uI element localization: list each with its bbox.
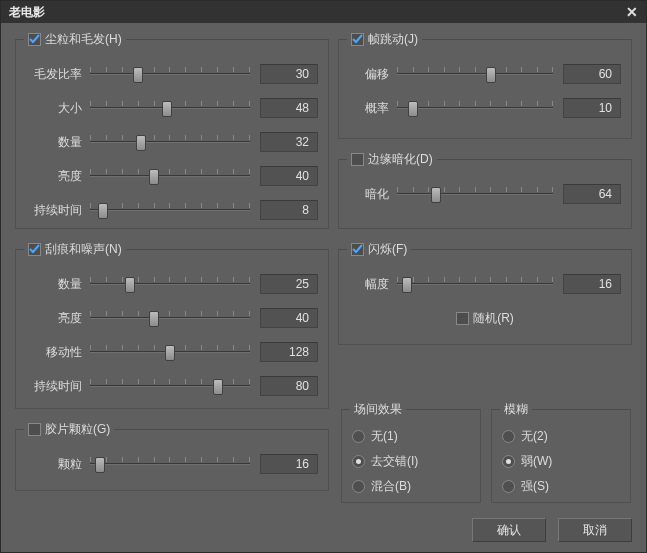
jitter_prob-thumb[interactable]: [408, 101, 418, 117]
dust-legend: 尘粒和毛发(H): [24, 31, 126, 48]
blur-option-1-label: 弱(W): [521, 453, 552, 470]
scratch_count-thumb[interactable]: [125, 277, 135, 293]
scratch_dur-thumb[interactable]: [213, 379, 223, 395]
scratch_move-row: 移动性 128: [26, 342, 318, 362]
scratch-checkbox[interactable]: [28, 243, 41, 256]
jitter_offset-value[interactable]: 60: [563, 64, 621, 84]
grain_amount-row: 颗粒 16: [26, 454, 318, 474]
blur-option-1[interactable]: 弱(W): [502, 453, 620, 470]
dust_count-row: 数量 32: [26, 132, 318, 152]
dust_duration-thumb[interactable]: [98, 203, 108, 219]
radio-icon: [352, 430, 365, 443]
flicker-random-row: 随机(R): [349, 308, 621, 328]
grain_amount-value[interactable]: 16: [260, 454, 318, 474]
radio-icon: [502, 480, 515, 493]
dust_ratio-label: 毛发比率: [26, 66, 82, 83]
radio-icon: [502, 455, 515, 468]
vignette_dark-label: 暗化: [349, 186, 389, 203]
scratch-legend: 刮痕和噪声(N): [24, 241, 126, 258]
scratch_count-row: 数量 25: [26, 274, 318, 294]
flicker_amp-slider[interactable]: [397, 274, 553, 294]
dust_count-slider[interactable]: [90, 132, 250, 152]
grain-checkbox[interactable]: [28, 423, 41, 436]
vignette_dark-row: 暗化 64: [349, 184, 621, 204]
dust_ratio-value[interactable]: 30: [260, 64, 318, 84]
close-icon[interactable]: ✕: [624, 1, 640, 23]
scratch_move-value[interactable]: 128: [260, 342, 318, 362]
vignette-checkbox[interactable]: [351, 153, 364, 166]
dust_size-thumb[interactable]: [162, 101, 172, 117]
field-legend: 场间效果: [350, 401, 406, 418]
grain_amount-label: 颗粒: [26, 456, 82, 473]
flicker_amp-thumb[interactable]: [402, 277, 412, 293]
dust_ratio-slider[interactable]: [90, 64, 250, 84]
ok-button[interactable]: 确认: [472, 518, 546, 542]
scratch_dur-slider[interactable]: [90, 376, 250, 396]
dust_bright-slider[interactable]: [90, 166, 250, 186]
blur-option-2-label: 强(S): [521, 478, 549, 495]
scratch_count-value[interactable]: 25: [260, 274, 318, 294]
dust_size-value[interactable]: 48: [260, 98, 318, 118]
dust_size-slider[interactable]: [90, 98, 250, 118]
dust-title: 尘粒和毛发(H): [45, 31, 122, 48]
field-option-0[interactable]: 无(1): [352, 428, 470, 445]
radio-icon: [352, 455, 365, 468]
scratch_count-slider[interactable]: [90, 274, 250, 294]
radio-icon: [502, 430, 515, 443]
flicker-random-checkbox[interactable]: [456, 312, 469, 325]
dust_duration-value[interactable]: 8: [260, 200, 318, 220]
jitter-legend: 帧跳动(J): [347, 31, 422, 48]
scratch_bright-slider[interactable]: [90, 308, 250, 328]
blur-option-0-label: 无(2): [521, 428, 548, 445]
scratch_bright-row: 亮度 40: [26, 308, 318, 328]
field-option-1[interactable]: 去交错(I): [352, 453, 470, 470]
dust_count-value[interactable]: 32: [260, 132, 318, 152]
vignette_dark-value[interactable]: 64: [563, 184, 621, 204]
jitter-checkbox[interactable]: [351, 33, 364, 46]
grain_amount-thumb[interactable]: [95, 457, 105, 473]
blur-option-0[interactable]: 无(2): [502, 428, 620, 445]
scratch_bright-value[interactable]: 40: [260, 308, 318, 328]
blur-option-2[interactable]: 强(S): [502, 478, 620, 495]
dialog-title: 老电影: [9, 1, 45, 23]
dust_bright-thumb[interactable]: [149, 169, 159, 185]
dialog-footer: 确认 取消: [472, 518, 632, 542]
scratch_move-thumb[interactable]: [165, 345, 175, 361]
flicker-checkbox[interactable]: [351, 243, 364, 256]
jitter-title: 帧跳动(J): [368, 31, 418, 48]
scratch-title: 刮痕和噪声(N): [45, 241, 122, 258]
flicker-title: 闪烁(F): [368, 241, 407, 258]
dust_duration-slider[interactable]: [90, 200, 250, 220]
vignette_dark-thumb[interactable]: [431, 187, 441, 203]
dust_duration-row: 持续时间 8: [26, 200, 318, 220]
jitter_prob-slider[interactable]: [397, 98, 553, 118]
grain-title: 胶片颗粒(G): [45, 421, 110, 438]
jitter_offset-thumb[interactable]: [486, 67, 496, 83]
scratch_move-slider[interactable]: [90, 342, 250, 362]
scratch_bright-label: 亮度: [26, 310, 82, 327]
old-film-dialog: 老电影 ✕ 尘粒和毛发(H) 毛发比率 30 大小 48 数量: [0, 0, 647, 553]
cancel-button[interactable]: 取消: [558, 518, 632, 542]
dust_duration-label: 持续时间: [26, 202, 82, 219]
jitter_prob-value[interactable]: 10: [563, 98, 621, 118]
dust_ratio-thumb[interactable]: [133, 67, 143, 83]
scratch_dur-value[interactable]: 80: [260, 376, 318, 396]
dust_bright-row: 亮度 40: [26, 166, 318, 186]
vignette_dark-slider[interactable]: [397, 184, 553, 204]
scratch_bright-thumb[interactable]: [149, 311, 159, 327]
vignette-legend: 边缘暗化(D): [347, 151, 437, 168]
radio-icon: [352, 480, 365, 493]
grain_amount-slider[interactable]: [90, 454, 250, 474]
dust_count-thumb[interactable]: [136, 135, 146, 151]
dust_size-label: 大小: [26, 100, 82, 117]
dust_size-row: 大小 48: [26, 98, 318, 118]
dust-checkbox[interactable]: [28, 33, 41, 46]
flicker_amp-value[interactable]: 16: [563, 274, 621, 294]
jitter_offset-slider[interactable]: [397, 64, 553, 84]
titlebar: 老电影 ✕: [1, 1, 646, 23]
field-option-0-label: 无(1): [371, 428, 398, 445]
dust_bright-value[interactable]: 40: [260, 166, 318, 186]
flicker-random-label: 随机(R): [473, 310, 514, 327]
jitter_offset-row: 偏移 60: [349, 64, 621, 84]
field-option-2[interactable]: 混合(B): [352, 478, 470, 495]
